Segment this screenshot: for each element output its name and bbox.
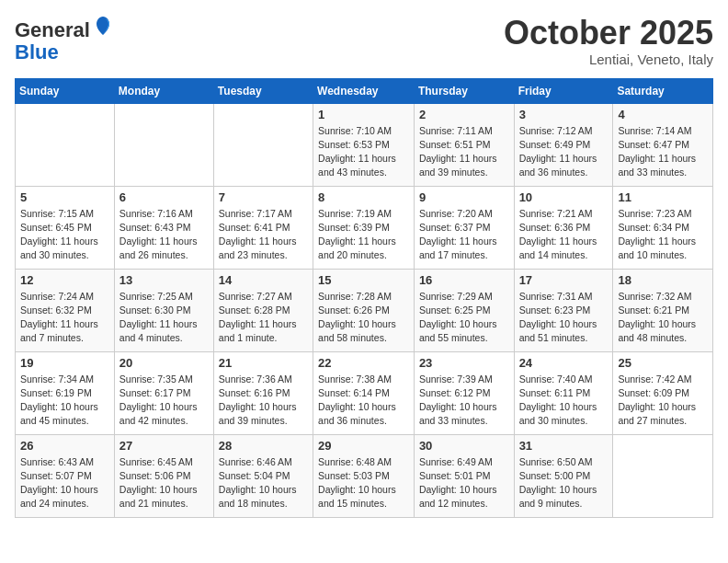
day-info: Sunrise: 6:50 AM Sunset: 5:00 PM Dayligh… xyxy=(519,455,609,511)
calendar-cell: 26Sunrise: 6:43 AM Sunset: 5:07 PM Dayli… xyxy=(16,434,115,517)
day-info: Sunrise: 7:15 AM Sunset: 6:45 PM Dayligh… xyxy=(20,207,109,263)
day-info: Sunrise: 7:20 AM Sunset: 6:37 PM Dayligh… xyxy=(419,207,509,263)
day-info: Sunrise: 7:31 AM Sunset: 6:23 PM Dayligh… xyxy=(519,290,609,346)
calendar-cell: 16Sunrise: 7:29 AM Sunset: 6:25 PM Dayli… xyxy=(414,269,514,351)
calendar-cell: 22Sunrise: 7:38 AM Sunset: 6:14 PM Dayli… xyxy=(313,351,415,434)
day-number: 15 xyxy=(318,273,409,287)
calendar-cell: 18Sunrise: 7:32 AM Sunset: 6:21 PM Dayli… xyxy=(613,269,713,351)
logo-blue: Blue xyxy=(15,40,59,63)
day-info: Sunrise: 6:45 AM Sunset: 5:06 PM Dayligh… xyxy=(119,455,209,511)
weekday-header: Monday xyxy=(114,78,213,103)
day-info: Sunrise: 6:48 AM Sunset: 5:03 PM Dayligh… xyxy=(318,455,409,511)
day-number: 12 xyxy=(20,273,109,287)
day-number: 1 xyxy=(318,108,409,121)
calendar-cell: 27Sunrise: 6:45 AM Sunset: 5:06 PM Dayli… xyxy=(114,434,213,517)
day-number: 29 xyxy=(318,439,409,453)
day-info: Sunrise: 7:10 AM Sunset: 6:53 PM Dayligh… xyxy=(318,124,409,180)
day-info: Sunrise: 6:46 AM Sunset: 5:04 PM Dayligh… xyxy=(219,455,308,511)
logo: General Blue xyxy=(15,15,114,63)
day-number: 13 xyxy=(119,273,209,287)
day-info: Sunrise: 7:19 AM Sunset: 6:39 PM Dayligh… xyxy=(318,207,409,263)
calendar-cell: 29Sunrise: 6:48 AM Sunset: 5:03 PM Dayli… xyxy=(313,434,415,517)
day-number: 25 xyxy=(618,356,708,370)
day-info: Sunrise: 7:21 AM Sunset: 6:36 PM Dayligh… xyxy=(519,207,609,263)
calendar-cell: 11Sunrise: 7:23 AM Sunset: 6:34 PM Dayli… xyxy=(613,186,713,269)
day-info: Sunrise: 7:35 AM Sunset: 6:17 PM Dayligh… xyxy=(119,373,209,429)
day-number: 18 xyxy=(618,273,708,287)
day-number: 30 xyxy=(419,439,509,453)
day-number: 27 xyxy=(119,439,209,453)
calendar-cell: 10Sunrise: 7:21 AM Sunset: 6:36 PM Dayli… xyxy=(514,186,613,269)
calendar-cell xyxy=(213,103,313,186)
day-info: Sunrise: 7:40 AM Sunset: 6:11 PM Dayligh… xyxy=(519,373,609,429)
calendar-cell: 8Sunrise: 7:19 AM Sunset: 6:39 PM Daylig… xyxy=(313,186,415,269)
day-number: 17 xyxy=(519,273,609,287)
day-info: Sunrise: 7:36 AM Sunset: 6:16 PM Dayligh… xyxy=(219,373,308,429)
calendar-cell: 9Sunrise: 7:20 AM Sunset: 6:37 PM Daylig… xyxy=(414,186,514,269)
weekday-header: Tuesday xyxy=(213,78,313,103)
day-number: 19 xyxy=(20,356,109,370)
day-info: Sunrise: 7:28 AM Sunset: 6:26 PM Dayligh… xyxy=(318,290,409,346)
calendar-cell: 17Sunrise: 7:31 AM Sunset: 6:23 PM Dayli… xyxy=(514,269,613,351)
weekday-header: Friday xyxy=(514,78,613,103)
day-number: 14 xyxy=(219,273,308,287)
calendar-cell: 14Sunrise: 7:27 AM Sunset: 6:28 PM Dayli… xyxy=(213,269,313,351)
logo-general: General xyxy=(15,18,90,41)
day-number: 21 xyxy=(219,356,308,370)
day-info: Sunrise: 7:16 AM Sunset: 6:43 PM Dayligh… xyxy=(119,207,209,263)
calendar-cell: 21Sunrise: 7:36 AM Sunset: 6:16 PM Dayli… xyxy=(213,351,313,434)
calendar-cell: 24Sunrise: 7:40 AM Sunset: 6:11 PM Dayli… xyxy=(514,351,613,434)
month-title: October 2025 xyxy=(504,15,713,52)
calendar-cell: 30Sunrise: 6:49 AM Sunset: 5:01 PM Dayli… xyxy=(414,434,514,517)
calendar-cell: 5Sunrise: 7:15 AM Sunset: 6:45 PM Daylig… xyxy=(16,186,115,269)
day-number: 11 xyxy=(618,190,708,204)
day-info: Sunrise: 7:23 AM Sunset: 6:34 PM Dayligh… xyxy=(618,207,708,263)
day-info: Sunrise: 7:14 AM Sunset: 6:47 PM Dayligh… xyxy=(618,124,708,180)
day-info: Sunrise: 6:43 AM Sunset: 5:07 PM Dayligh… xyxy=(20,455,109,511)
day-number: 2 xyxy=(419,108,509,121)
day-info: Sunrise: 7:32 AM Sunset: 6:21 PM Dayligh… xyxy=(618,290,708,346)
calendar-cell: 12Sunrise: 7:24 AM Sunset: 6:32 PM Dayli… xyxy=(16,269,115,351)
calendar-cell: 15Sunrise: 7:28 AM Sunset: 6:26 PM Dayli… xyxy=(313,269,415,351)
day-number: 8 xyxy=(318,190,409,204)
calendar-cell: 23Sunrise: 7:39 AM Sunset: 6:12 PM Dayli… xyxy=(414,351,514,434)
day-info: Sunrise: 6:49 AM Sunset: 5:01 PM Dayligh… xyxy=(419,455,509,511)
day-number: 10 xyxy=(519,190,609,204)
day-number: 24 xyxy=(519,356,609,370)
day-info: Sunrise: 7:42 AM Sunset: 6:09 PM Dayligh… xyxy=(618,373,708,429)
calendar-cell: 25Sunrise: 7:42 AM Sunset: 6:09 PM Dayli… xyxy=(613,351,713,434)
day-info: Sunrise: 7:11 AM Sunset: 6:51 PM Dayligh… xyxy=(419,124,509,180)
weekday-header: Sunday xyxy=(16,78,115,103)
calendar-cell xyxy=(114,103,213,186)
day-info: Sunrise: 7:29 AM Sunset: 6:25 PM Dayligh… xyxy=(419,290,509,346)
calendar-cell: 19Sunrise: 7:34 AM Sunset: 6:19 PM Dayli… xyxy=(16,351,115,434)
day-number: 5 xyxy=(20,190,109,204)
weekday-header: Thursday xyxy=(414,78,514,103)
day-number: 16 xyxy=(419,273,509,287)
calendar-cell xyxy=(16,103,115,186)
calendar-cell: 13Sunrise: 7:25 AM Sunset: 6:30 PM Dayli… xyxy=(114,269,213,351)
calendar-cell xyxy=(613,434,713,517)
calendar-cell: 2Sunrise: 7:11 AM Sunset: 6:51 PM Daylig… xyxy=(414,103,514,186)
day-number: 20 xyxy=(119,356,209,370)
weekday-header: Wednesday xyxy=(313,78,415,103)
day-number: 7 xyxy=(219,190,308,204)
day-number: 22 xyxy=(318,356,409,370)
day-info: Sunrise: 7:24 AM Sunset: 6:32 PM Dayligh… xyxy=(20,290,109,346)
location: Lentiai, Veneto, Italy xyxy=(504,52,713,67)
day-number: 6 xyxy=(119,190,209,204)
day-number: 28 xyxy=(219,439,308,453)
day-info: Sunrise: 7:27 AM Sunset: 6:28 PM Dayligh… xyxy=(219,290,308,346)
calendar-cell: 6Sunrise: 7:16 AM Sunset: 6:43 PM Daylig… xyxy=(114,186,213,269)
day-info: Sunrise: 7:39 AM Sunset: 6:12 PM Dayligh… xyxy=(419,373,509,429)
day-info: Sunrise: 7:34 AM Sunset: 6:19 PM Dayligh… xyxy=(20,373,109,429)
calendar-cell: 4Sunrise: 7:14 AM Sunset: 6:47 PM Daylig… xyxy=(613,103,713,186)
calendar-cell: 1Sunrise: 7:10 AM Sunset: 6:53 PM Daylig… xyxy=(313,103,415,186)
calendar-cell: 7Sunrise: 7:17 AM Sunset: 6:41 PM Daylig… xyxy=(213,186,313,269)
title-block: October 2025 Lentiai, Veneto, Italy xyxy=(504,15,713,67)
day-number: 4 xyxy=(618,108,708,121)
day-number: 26 xyxy=(20,439,109,453)
calendar-cell: 3Sunrise: 7:12 AM Sunset: 6:49 PM Daylig… xyxy=(514,103,613,186)
logo-text: General Blue xyxy=(15,15,114,63)
page-header: General Blue October 2025 Lentiai, Venet… xyxy=(15,15,713,67)
